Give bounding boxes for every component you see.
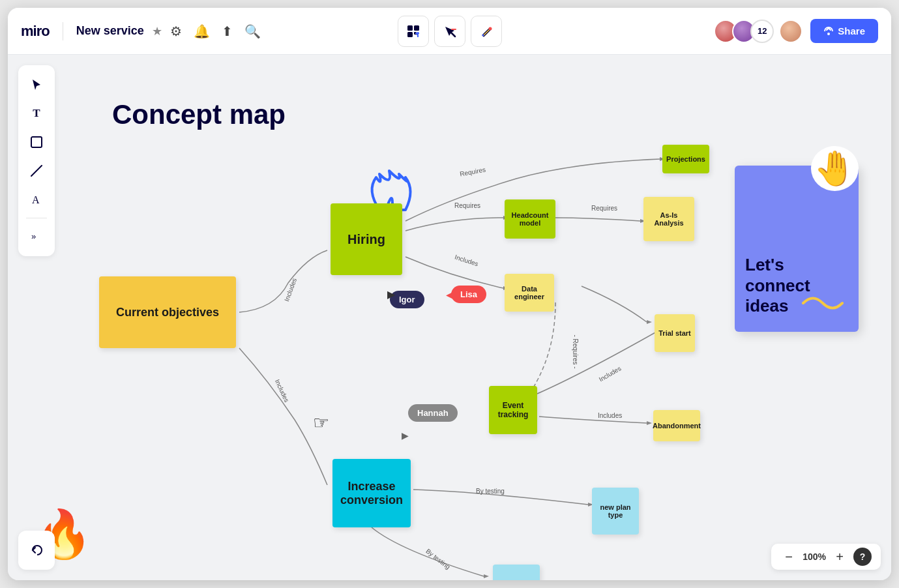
event-tracking-node[interactable]: Event tracking bbox=[489, 386, 537, 434]
bell-icon[interactable]: 🔔 bbox=[194, 23, 210, 39]
blue-sticky-note[interactable]: 🤚 Let's connect ideas bbox=[735, 166, 859, 332]
label-requires-4: - Requires - bbox=[572, 334, 579, 368]
project-title: New service bbox=[76, 24, 144, 38]
new-plan-type-node[interactable]: new plan type bbox=[592, 488, 639, 535]
svg-marker-24 bbox=[484, 574, 489, 578]
zoom-in-button[interactable]: + bbox=[831, 548, 848, 565]
wave-decoration bbox=[800, 290, 852, 312]
canvas[interactable]: Includes Includes Requires Requires Requ… bbox=[8, 55, 891, 580]
arrow-icon-igor: ▶ bbox=[387, 288, 395, 301]
label-requires-1: Requires bbox=[454, 202, 480, 209]
toolbar-right: 12 Share bbox=[502, 19, 879, 43]
toolbar-center bbox=[398, 16, 502, 47]
avatar-4 bbox=[779, 20, 803, 43]
svg-rect-12 bbox=[31, 137, 42, 147]
avatars: 12 bbox=[714, 20, 803, 43]
toolbar: miro New service ★ ⚙ 🔔 ⬆ 🔍 bbox=[8, 8, 891, 55]
svg-marker-20 bbox=[647, 320, 652, 324]
hiring-node[interactable]: Hiring bbox=[331, 203, 402, 275]
label-includes-2: Includes bbox=[274, 378, 291, 403]
font-tool[interactable]: A bbox=[23, 186, 50, 213]
zoom-controls: − 100% + ? bbox=[771, 544, 881, 570]
search-icon[interactable]: 🔍 bbox=[244, 23, 261, 39]
undo-tool[interactable] bbox=[23, 537, 50, 563]
svg-point-11 bbox=[827, 33, 830, 35]
label-includes-4: Includes bbox=[598, 364, 623, 383]
svg-rect-0 bbox=[407, 25, 413, 31]
svg-line-7 bbox=[451, 33, 455, 37]
current-objectives-node[interactable]: Current objectives bbox=[99, 276, 236, 348]
upload-icon[interactable]: ⬆ bbox=[222, 23, 233, 39]
label-requires-2: Requires bbox=[591, 205, 617, 212]
left-tools-panel: T A » bbox=[18, 65, 55, 256]
app-frame: miro New service ★ ⚙ 🔔 ⬆ 🔍 bbox=[8, 8, 891, 580]
star-icon[interactable]: ★ bbox=[152, 24, 162, 38]
label-requires-3: Requires bbox=[459, 166, 486, 178]
panel-divider-1 bbox=[26, 218, 47, 218]
label-includes-1: Includes bbox=[283, 277, 298, 302]
cursor-hand-icon: ☞ bbox=[313, 412, 329, 434]
line-tool[interactable] bbox=[23, 158, 50, 184]
svg-rect-2 bbox=[407, 32, 413, 37]
text-tool[interactable]: T bbox=[23, 100, 50, 126]
label-by-testing-1: By testing bbox=[476, 488, 505, 495]
lisa-badge: Lisa bbox=[451, 286, 486, 303]
more-tools[interactable]: » bbox=[23, 224, 50, 250]
help-button[interactable]: ? bbox=[853, 548, 872, 566]
grid-button[interactable] bbox=[398, 16, 429, 47]
arrow-icon-hannah: ▶ bbox=[402, 430, 409, 441]
settings-icon[interactable]: ⚙ bbox=[170, 23, 182, 39]
concept-map-title: Concept map bbox=[112, 99, 286, 130]
svg-line-13 bbox=[31, 166, 42, 176]
zoom-out-button[interactable]: − bbox=[780, 548, 797, 565]
pen-mode-button[interactable] bbox=[471, 16, 502, 47]
toolbar-icons: ⚙ 🔔 ⬆ 🔍 bbox=[170, 23, 261, 39]
svg-point-9 bbox=[488, 27, 492, 30]
sticky-tool[interactable] bbox=[23, 129, 50, 155]
share-button[interactable]: Share bbox=[810, 19, 878, 43]
wave-sticker: 🤚 bbox=[811, 146, 859, 191]
data-engineer-node[interactable]: Data engineer bbox=[505, 274, 554, 312]
arrow-icon-lisa: ◀ bbox=[446, 289, 453, 300]
abandonment-node[interactable]: Abandonment bbox=[653, 410, 700, 441]
select-tool[interactable] bbox=[23, 72, 50, 98]
svg-rect-1 bbox=[414, 25, 419, 31]
svg-point-10 bbox=[482, 34, 484, 36]
toolbar-divider bbox=[63, 22, 63, 40]
svg-text:A: A bbox=[32, 194, 40, 205]
projections-node[interactable]: Projections bbox=[662, 145, 709, 173]
toolbar-left: miro New service ★ ⚙ 🔔 ⬆ 🔍 bbox=[21, 22, 398, 40]
as-is-analysis-node[interactable]: As-Is Analysis bbox=[643, 197, 694, 241]
hannah-badge: Hannah bbox=[408, 404, 458, 422]
select-mode-button[interactable] bbox=[434, 16, 465, 47]
svg-marker-22 bbox=[647, 421, 652, 425]
label-includes-3: Includes bbox=[454, 254, 479, 268]
thirty-day-trial-node[interactable]: 30-day trial bbox=[493, 565, 540, 580]
trial-start-node[interactable]: Trial start bbox=[655, 314, 695, 352]
increase-conversion-node[interactable]: Increase conversion bbox=[332, 459, 411, 527]
label-includes-5: Includes bbox=[598, 412, 622, 419]
miro-logo: miro bbox=[21, 23, 50, 40]
label-by-testing-2: By testing bbox=[424, 548, 451, 571]
headcount-model-node[interactable]: Headcount model bbox=[505, 199, 555, 239]
avatar-count: 12 bbox=[750, 20, 774, 43]
bottom-left-panel bbox=[18, 531, 55, 570]
svg-text:»: » bbox=[31, 231, 36, 241]
zoom-level-display: 100% bbox=[803, 551, 826, 562]
